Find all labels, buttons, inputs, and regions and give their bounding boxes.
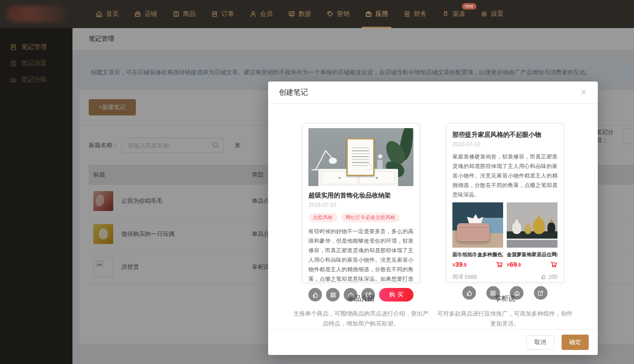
product-name: 金菠萝装饰家居品位网红 [507, 251, 557, 258]
data-icon [288, 10, 295, 18]
shop-icon [134, 10, 141, 18]
preview-products: 面巾纸纸巾盒多种颜色莫 ¥39.9 金菠萝装饰家居品位网红 [452, 202, 557, 268]
read-count: 5988 [465, 274, 477, 280]
preview-date: 2019-07-10 [308, 202, 413, 208]
preview-date: 2019-07-10 [452, 141, 557, 148]
desk-lamp [311, 141, 341, 172]
product-price: ¥39.9 [452, 260, 503, 268]
product-price: ¥69.9 [507, 260, 557, 268]
nav-item-marketing[interactable]: 营销 [319, 0, 357, 28]
dialog-footer: 取消 确定 [268, 329, 598, 355]
nav-item-member[interactable]: 会员 [242, 0, 280, 28]
product-tile: 金菠萝装饰家居品位网红 ¥69.9 [507, 202, 557, 268]
channel-icon [442, 10, 449, 18]
preview-hero-image [308, 128, 413, 186]
cart-icon [496, 261, 503, 268]
store-logo [6, 6, 66, 22]
nav-item-channel[interactable]: 渠道 new [434, 0, 473, 28]
preview-excerpt: 家庭装修硬装画骨，软装修容，而真正塑造灵魂的却是那些体现了主人用心和品味的家居小… [452, 152, 557, 200]
note-type-labels: 单品介绍 主推单个商品，可围绕商品的亮点进行介绍，突出产品特点，增加用户购买欲望… [268, 294, 598, 329]
product-name: 面巾纸纸巾盒多种颜色莫 [452, 251, 503, 258]
cancel-button[interactable]: 取消 [526, 335, 554, 350]
top-nav: 首页 店铺 商品 订单 会员 数据 营销 应用 [0, 0, 634, 28]
nav-item-goods[interactable]: 商品 [165, 0, 203, 28]
preview-stats: 阅读 5988 200 [452, 273, 557, 281]
confirm-button[interactable]: 确定 [562, 335, 589, 350]
nav-item-apps[interactable]: 应用 [357, 0, 396, 28]
nav-item-order[interactable]: 订单 [203, 0, 242, 28]
preview-title: 那些提升家居风格的不起眼小物 [452, 131, 557, 139]
settings-icon [480, 10, 488, 18]
member-icon [250, 10, 257, 18]
tag: 网红打卡必备北欧风格 [341, 213, 400, 222]
goods-icon [173, 10, 180, 18]
preview-excerpt: 有些时候的好物不一定是要多贵，多么的高级和豪华，但是他能够改变你的环境，软装修容… [308, 227, 413, 284]
like-icon [541, 274, 547, 280]
product-tile: 面巾纸纸巾盒多种颜色莫 ¥39.9 [452, 202, 503, 268]
nav-menu: 首页 店铺 商品 订单 会员 数据 营销 应用 [88, 0, 511, 28]
note-type-cards: 超级实用的首饰化妆品收纳架 2019-07-10 北欧风格 网红打卡必备北欧风格… [268, 104, 598, 283]
marketing-icon [327, 10, 334, 18]
order-icon [211, 10, 218, 18]
preview-tags: 北欧风格 网红打卡必备北欧风格 [308, 213, 413, 222]
option-single: 单品介绍 主推单个商品，可围绕商品的亮点进行介绍，突出产品特点，增加用户购买欲望… [293, 294, 429, 329]
app-icon [365, 10, 372, 18]
read-label: 阅读 [452, 273, 463, 281]
nav-item-data[interactable]: 数据 [280, 0, 319, 28]
cart-icon [550, 261, 557, 268]
product-image [452, 202, 503, 248]
nav-item-finance[interactable]: 财务 [396, 0, 434, 28]
nav-item-shop[interactable]: 店铺 [126, 0, 165, 28]
home-icon [96, 10, 103, 18]
tag: 北欧风格 [308, 213, 337, 222]
nav-item-home[interactable]: 首页 [88, 0, 126, 28]
nav-item-settings[interactable]: 设置 [473, 0, 511, 28]
create-note-dialog: 创建笔记 ✕ 超级实用的首饰化 [268, 81, 598, 355]
dialog-header: 创建笔记 ✕ [268, 81, 598, 104]
note-type-card-multi[interactable]: 那些提升家居风格的不起眼小物 2019-07-10 家庭装修硬装画骨，软装修容，… [446, 123, 564, 283]
finance-icon [403, 10, 411, 18]
note-type-card-single[interactable]: 超级实用的首饰化妆品收纳架 2019-07-10 北欧风格 网红打卡必备北欧风格… [302, 123, 420, 283]
product-image [507, 202, 557, 248]
option-multi: 掌柜说 可对多款商品进行宣传推广，可添加多种组件，创作更加灵活。 [437, 294, 573, 329]
close-icon[interactable]: ✕ [581, 89, 587, 96]
preview-title: 超级实用的首饰化妆品收纳架 [308, 192, 413, 200]
poster-frame [346, 138, 375, 176]
dialog-title: 创建笔记 [279, 88, 308, 97]
like-count: 200 [548, 274, 557, 280]
